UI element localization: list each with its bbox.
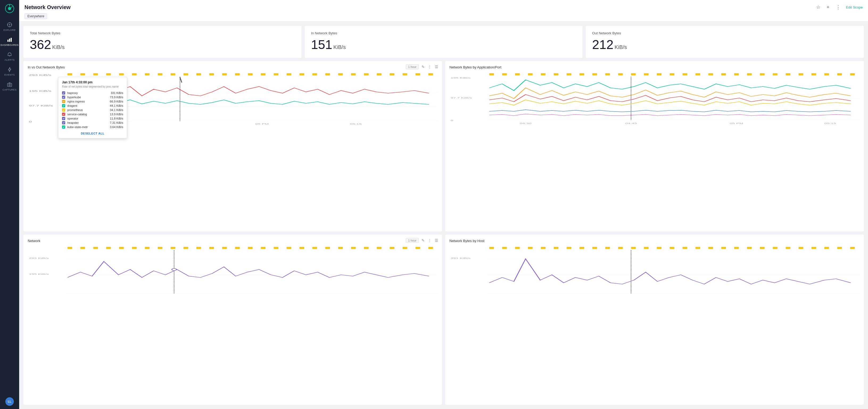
svg-rect-104 [68,247,72,249]
deselect-all-button[interactable]: DESELECT ALL [62,132,123,135]
svg-text:05:15: 05:15 [824,122,836,125]
svg-rect-51 [403,73,407,75]
svg-rect-84 [734,73,739,75]
more-button[interactable]: ⋮ [835,3,842,11]
svg-rect-153 [670,247,675,249]
svg-point-16 [9,84,10,86]
tooltip-row: service-catalog 13.9 KiB/s [62,112,123,116]
svg-rect-116 [222,247,227,249]
svg-rect-155 [695,247,700,249]
by-host-chart-panel: Network Bytes by Host 391 KiB/s [445,235,864,405]
in-bytes-value: 151 KiB/s [311,37,576,52]
sidebar-explore-label: EXPLORE [3,29,16,31]
svg-rect-75 [618,73,623,75]
svg-rect-142 [528,247,533,249]
svg-rect-128 [377,247,381,249]
list-chart-button[interactable]: ☰ [434,64,439,69]
svg-text:04:30: 04:30 [520,122,532,125]
svg-rect-162 [786,247,790,249]
svg-rect-156 [708,247,713,249]
app-logo [4,3,15,14]
svg-text:195 KiB/s: 195 KiB/s [29,90,51,92]
svg-rect-34 [184,73,188,75]
sidebar-item-alerts[interactable]: ALERTS [0,49,19,64]
total-network-bytes-card: Total Network Bytes 362 KiB/s [23,26,302,58]
scope-badge[interactable]: Everywhere [25,13,47,19]
series-name: operator [67,117,108,120]
by-app-port-title: Network Bytes by Application/Port [450,65,860,69]
list-network-proc-button[interactable]: ☰ [434,238,439,243]
svg-rect-87 [773,73,778,75]
svg-rect-157 [721,247,726,249]
more-network-proc-button[interactable]: ⋮ [427,238,432,243]
by-app-port-chart[interactable]: 195 KiB/s 97.7 KiB/s 0 [450,72,860,125]
svg-rect-71 [566,73,571,75]
network-proc-chart-panel: Network 1 hour ✎ ⋮ ☰ 293 KiB/s 195 KiB/s [23,235,442,405]
svg-rect-74 [606,73,610,75]
sidebar: EXPLORE DASHBOARDS ALERTS EVENTS [0,0,19,409]
svg-rect-158 [734,247,739,249]
tooltip-rows: haproxy 331 KiB/s hyperkube 73.9 KiB/s n… [62,91,123,129]
svg-text:05 PM: 05 PM [730,122,743,125]
svg-rect-150 [631,247,636,249]
svg-rect-111 [158,247,163,249]
avatar[interactable]: LL [5,397,14,406]
svg-rect-146 [580,247,584,249]
edit-chart-button[interactable]: ✎ [421,64,425,69]
sidebar-item-dashboards[interactable]: DASHBOARDS [0,34,19,49]
svg-text:05:15: 05:15 [350,123,362,125]
svg-rect-37 [222,73,227,75]
sidebar-item-events[interactable]: EVENTS [0,64,19,79]
svg-rect-106 [93,247,98,249]
bell-icon [7,52,12,58]
svg-rect-35 [196,73,201,75]
svg-rect-131 [415,247,420,249]
svg-text:391 KiB/s: 391 KiB/s [451,257,470,259]
svg-rect-45 [325,73,330,75]
svg-rect-163 [799,247,803,249]
star-button[interactable]: ☆ [815,3,822,11]
tooltip-header: Jan 17th 4:33:00 pm [62,80,123,84]
svg-rect-90 [811,73,816,75]
edit-scope-button[interactable]: Edit Scope [846,5,863,9]
by-host-chart[interactable]: 391 KiB/s [450,245,860,299]
sidebar-item-captures[interactable]: CAPTURES [0,79,19,94]
svg-rect-109 [132,247,137,249]
tooltip-subheader: Rate of net.bytes.total segmented by pro… [62,85,123,88]
svg-rect-126 [351,247,356,249]
svg-rect-12 [11,38,12,42]
svg-text:293 KiB/s: 293 KiB/s [29,257,49,259]
sidebar-alerts-label: ALERTS [4,59,14,61]
edit-network-proc-button[interactable]: ✎ [421,238,425,243]
charts-row-2: Network 1 hour ✎ ⋮ ☰ 293 KiB/s 195 KiB/s [23,235,864,405]
svg-rect-117 [235,247,240,249]
network-proc-title: Network [28,239,438,243]
more-chart-button[interactable]: ⋮ [427,64,432,69]
in-bytes-unit: KiB/s [333,44,346,50]
network-proc-chart[interactable]: 293 KiB/s 195 KiB/s [28,245,438,299]
svg-rect-112 [170,247,175,249]
add-button[interactable]: + [826,3,831,11]
svg-rect-120 [274,247,279,249]
svg-rect-67 [515,73,520,75]
sidebar-item-explore[interactable]: EXPLORE [0,19,19,34]
series-value: 44.1 KiB/s [110,104,123,107]
series-color-indicator [62,104,65,107]
svg-rect-30 [132,73,137,75]
series-name: nginx-ingress [67,100,108,103]
series-value: 34.1 KiB/s [110,108,123,112]
svg-point-5 [9,24,10,25]
series-value: 11.8 KiB/s [110,117,123,120]
series-color-indicator [62,117,65,120]
page-header: Network Overview ☆ + ⋮ Edit Scope Everyw… [19,0,868,22]
svg-rect-26 [80,73,85,75]
page-title: Network Overview [25,4,70,10]
svg-rect-143 [541,247,546,249]
svg-rect-15 [7,83,12,87]
in-vs-out-actions: 1 hour ✎ ⋮ ☰ [406,64,439,69]
sidebar-captures-label: CAPTURES [2,88,17,91]
svg-text:05 PM: 05 PM [255,123,269,125]
network-proc-actions: 1 hour ✎ ⋮ ☰ [406,238,439,243]
svg-rect-33 [170,73,175,75]
svg-rect-166 [837,247,842,249]
